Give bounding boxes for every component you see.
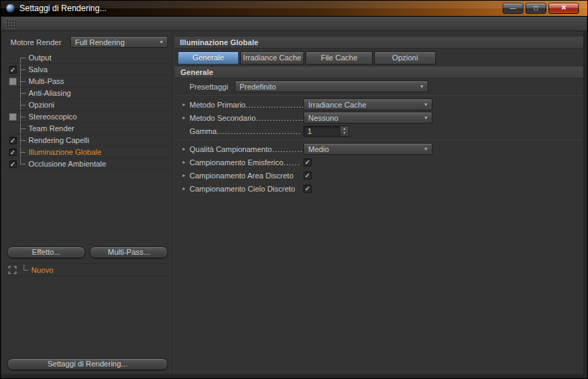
disclosure-triangle-icon[interactable]: ▸ (183, 159, 190, 165)
divider (174, 95, 583, 96)
sidebar-item-salva[interactable]: ✓ Salva (6, 64, 173, 76)
gamma-value: 1 (304, 126, 339, 136)
dot-leader: .............................. (246, 101, 303, 109)
toolbar-grip-handle[interactable] (5, 19, 17, 28)
dropdown-value: Medio (308, 145, 329, 153)
param-row-campionamento-area: ▸ Campionamento Area Discreto ✓ (174, 169, 583, 182)
dropdown-value: Nessuno (308, 114, 338, 122)
checkbox[interactable] (9, 113, 17, 121)
caption-buttons: — □ × (503, 3, 579, 14)
param-label: Presettaggi (190, 83, 228, 91)
sidebar-item-label: Illuminazione Globale (26, 148, 101, 156)
param-label: Campionamento Cielo Discreto (190, 185, 295, 193)
my-render-setting-row[interactable]: Nuovo (6, 263, 169, 276)
campionamento-emisferico-checkbox[interactable]: ✓ (303, 158, 312, 167)
sidebar-item-label: Occlusione Ambientale (26, 160, 106, 168)
render-settings-window: Settaggi di Rendering... — □ × Motore Re… (0, 0, 588, 379)
disclosure-triangle-icon[interactable]: ▸ (183, 185, 190, 192)
multi-pass-button[interactable]: Multi-Pass... (90, 246, 168, 258)
sidebar-item-occlusione-ambientale[interactable]: ✓ Occlusione Ambientale (6, 158, 173, 170)
sidebar-item-multi-pass[interactable]: Multi-Pass (6, 76, 173, 87)
gamma-input[interactable]: 1 ▲ ▼ (303, 126, 349, 137)
param-label: Qualità Campionamento (190, 145, 272, 153)
sidebar-item-label: Salva (26, 65, 48, 74)
metodo-primario-dropdown[interactable]: Irradiance Cache ▼ (303, 99, 432, 110)
sidebar-item-label: Output (26, 53, 51, 62)
campionamento-cielo-checkbox[interactable]: ✓ (303, 185, 312, 193)
param-row-campionamento-emisferico: ▸ Campionamento Emisferico ...... ✓ (174, 155, 583, 169)
param-row-metodo-secondario: ▸ Metodo Secondario ....................… (174, 111, 583, 124)
disclosure-triangle-icon[interactable]: ▸ (183, 115, 190, 121)
tab-irradiance-cache[interactable]: Irradiance Cache (240, 51, 304, 65)
sidebar-item-output[interactable]: Output (6, 52, 173, 64)
tab-opzioni[interactable]: Opzioni (374, 51, 436, 65)
maximize-button[interactable]: □ (526, 3, 546, 14)
sidebar-item-label: Anti-Aliasing (26, 89, 71, 97)
param-label: Campionamento Area Discreto (190, 171, 294, 180)
gamma-stepper[interactable]: ▲ ▼ (339, 126, 348, 136)
param-label: Campionamento Emisferico (190, 158, 283, 167)
sidebar-item-label: Multi-Pass (26, 77, 64, 85)
dot-leader (294, 171, 303, 180)
titlebar[interactable]: Settaggi di Rendering... — □ × (1, 1, 587, 17)
sidebar-item-team-render[interactable]: Team Render (6, 123, 173, 135)
dot-leader: .............................. (217, 127, 303, 135)
spinner-down-icon[interactable]: ▼ (343, 131, 346, 135)
dot-leader (295, 185, 303, 193)
minimize-button[interactable]: — (503, 3, 523, 14)
sidebar-item-label: Rendering Capelli (26, 136, 89, 144)
engine-dropdown[interactable]: Full Rendering ▼ (70, 36, 168, 48)
checkbox[interactable]: ✓ (9, 149, 17, 156)
panel-header: Illuminazione Globale (175, 37, 583, 49)
sidebar-item-label: Team Render (26, 124, 74, 133)
param-row-metodo-primario: ▸ Metodo Primario ......................… (174, 98, 583, 111)
disclosure-triangle-icon[interactable]: ▸ (183, 172, 190, 178)
sidebar: Motore Render Full Rendering ▼ Output ✓ … (6, 31, 173, 374)
tab-bar: Generale Irradiance Cache File Cache Opz… (174, 51, 583, 65)
sidebar-item-rendering-capelli[interactable]: ✓ Rendering Capelli (6, 135, 173, 146)
tree-elbow (24, 264, 28, 271)
chevron-down-icon: ▼ (159, 40, 164, 44)
checkbox[interactable]: ✓ (9, 137, 17, 144)
settings-tree: Output ✓ Salva Multi-Pass Anti-Aliasing (6, 52, 173, 170)
render-settings-button[interactable]: Settaggi di Rendering... (7, 358, 168, 370)
param-row-gamma: Gamma .............................. 1 ▲… (174, 124, 583, 137)
selection-corners-icon (8, 266, 17, 274)
effect-button[interactable]: Effetto... (7, 246, 85, 258)
metodo-secondario-dropdown[interactable]: Nessuno ▼ (303, 112, 432, 124)
sidebar-item-illuminazione-globale[interactable]: ✓ Illuminazione Globale (6, 146, 173, 158)
sidebar-item-opzioni[interactable]: Opzioni (6, 99, 173, 111)
presettaggi-dropdown[interactable]: Predefinito ▼ (235, 81, 428, 92)
render-setting-name: Nuovo (31, 266, 53, 274)
param-row-presettaggi: Presettaggi Predefinito ▼ (174, 80, 583, 93)
section-title: Generale (175, 67, 583, 78)
content-area: Motore Render Full Rendering ▼ Output ✓ … (1, 31, 583, 374)
sidebar-item-label: Stereoscopico (26, 112, 77, 121)
main-panel: Illuminazione Globale Generale Irradianc… (174, 31, 583, 374)
param-label: Metodo Secondario (190, 114, 255, 122)
close-button[interactable]: × (548, 3, 579, 14)
chevron-down-icon: ▼ (423, 102, 428, 107)
disclosure-triangle-icon[interactable]: ▸ (183, 101, 190, 108)
param-row-qualita-campionamento: ▸ Qualità Campionamento ................… (174, 142, 583, 155)
sidebar-item-anti-aliasing[interactable]: Anti-Aliasing (6, 87, 173, 99)
chevron-down-icon: ▼ (423, 146, 428, 151)
dot-leader: .............................. (255, 114, 303, 122)
checkbox[interactable] (9, 78, 17, 85)
render-engine-row: Motore Render Full Rendering ▼ (6, 36, 173, 48)
tab-generale[interactable]: Generale (178, 51, 239, 65)
param-label: Gamma (190, 127, 217, 135)
qualita-campionamento-dropdown[interactable]: Medio ▼ (303, 143, 432, 155)
engine-label: Motore Render (6, 38, 61, 47)
chevron-down-icon: ▼ (419, 84, 424, 89)
disclosure-triangle-icon[interactable]: ▸ (183, 146, 190, 152)
checkbox[interactable]: ✓ (9, 66, 17, 74)
sidebar-item-stereoscopico[interactable]: Stereoscopico (6, 111, 173, 123)
tab-file-cache[interactable]: File Cache (305, 51, 373, 65)
effect-buttons-row: Effetto... Multi-Pass... (7, 246, 168, 258)
checkbox[interactable]: ✓ (9, 160, 17, 168)
dot-leader: ...... (283, 158, 303, 167)
toolbar (1, 17, 587, 31)
campionamento-area-checkbox[interactable]: ✓ (303, 171, 312, 180)
window-title: Settaggi di Rendering... (19, 3, 106, 13)
